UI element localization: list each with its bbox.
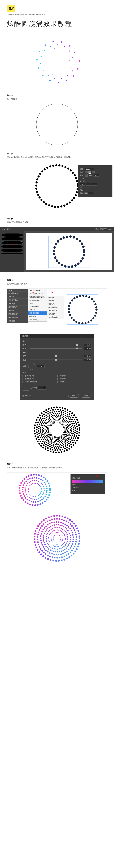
menu-item[interactable]: 裁剪标记(O) — [28, 318, 47, 321]
gradient-bar[interactable] — [72, 480, 103, 483]
svg-point-38 — [65, 67, 65, 68]
svg-point-68 — [38, 520, 75, 557]
svg-point-0 — [79, 60, 80, 62]
copies-input[interactable] — [38, 386, 46, 390]
menu-item[interactable]: 变形(W) — [28, 308, 47, 311]
menu-item[interactable]: 风格化(S) — [7, 319, 28, 323]
step5-label: 第五步 — [7, 463, 107, 465]
svg-point-32 — [52, 74, 53, 75]
brush-preset[interactable] — [1, 237, 23, 241]
cancel-button[interactable]: 取消 — [81, 394, 91, 398]
anchor-grid-icon[interactable] — [23, 384, 30, 391]
effects-menu-light[interactable]: 应用上一个效果 ⌃⇧E上一个效果 ⌃⇧⌥E文档栅格效果设置(E)...Illus… — [28, 289, 47, 321]
gap-input[interactable] — [86, 183, 91, 186]
scale-input[interactable] — [84, 192, 93, 194]
brush-uniform[interactable]: 等比 — [7, 228, 10, 230]
menu-item[interactable]: 扭曲和变换(D) — [7, 299, 28, 302]
vert-value[interactable]: 90% — [84, 347, 91, 350]
cap-round-icon[interactable] — [89, 171, 91, 174]
brush-screenshot: 21 pt 等比 基本 不透明度 100% ↘ — [0, 227, 114, 272]
stroke-panel[interactable]: 粗细: 端点: 边角: 限制: 对齐描边: ✓ 虚线 — [78, 165, 112, 197]
menu-item[interactable]: 应用上一个效果 ⌃⇧E — [28, 289, 47, 292]
checkbox-mirror-x[interactable] — [58, 375, 59, 377]
effects-menu-dark[interactable]: 3D(3)SVG 滤镜(G)变形(W)扭曲和变换(D)栅格化(R)...裁剪标记… — [7, 289, 28, 323]
move-h-value[interactable]: 0 px — [84, 355, 91, 358]
menu-item[interactable]: SVG 滤镜(G) — [28, 305, 47, 308]
red-arrow-icon: ↘ — [96, 474, 98, 477]
checkbox-random[interactable] — [58, 381, 59, 383]
brush-preset[interactable] — [1, 249, 23, 252]
gradient-spiral — [9, 472, 64, 507]
menu-item[interactable]: 3D(3) — [7, 289, 28, 292]
bw-spiral-figure — [31, 404, 83, 456]
checkbox-transform-obj[interactable]: ✓ — [23, 375, 24, 377]
cap-butt-icon[interactable] — [85, 171, 88, 174]
options-section: 选项 — [23, 372, 91, 374]
checkbox-preview[interactable]: ✓ — [23, 395, 24, 397]
dotted-circle — [33, 162, 81, 210]
svg-point-69 — [42, 523, 72, 554]
brush-basic[interactable]: 基本 — [96, 228, 99, 230]
brush-canvas — [26, 233, 112, 270]
brush-preset[interactable] — [1, 253, 23, 254]
checkbox-mirror-y[interactable] — [58, 378, 59, 380]
brush-preset[interactable] — [1, 234, 23, 237]
preview-label: 预览 (P) — [25, 395, 31, 397]
angle-value[interactable]: 10° — [37, 365, 44, 368]
ok-button[interactable]: 确定 — [68, 394, 79, 398]
menu-item[interactable]: 裁剪标记(O) — [7, 306, 28, 309]
corner-label: 边角: — [80, 174, 84, 177]
checkbox-transform-pat[interactable] — [23, 378, 24, 380]
svg-point-24 — [44, 50, 45, 51]
svg-point-29 — [72, 57, 73, 58]
copies-label: 副本 (S) — [31, 386, 37, 389]
menu-item[interactable]: 路径(P) — [7, 309, 28, 312]
menu-item[interactable]: 扭曲和变换(D) — [28, 311, 47, 315]
svg-point-39 — [51, 69, 52, 69]
vert-slider[interactable] — [30, 348, 82, 349]
weight-input[interactable] — [85, 168, 94, 170]
svg-point-20 — [47, 75, 49, 76]
svg-point-9 — [39, 51, 40, 52]
move-v-value[interactable]: 0 px — [84, 359, 91, 361]
menu-item[interactable]: Illustrator 效果 — [28, 299, 47, 302]
angle-dial[interactable] — [28, 363, 35, 370]
move-h-slider[interactable] — [30, 356, 82, 356]
horiz-value[interactable]: 90% — [84, 344, 91, 346]
transform-dialog[interactable]: 变换效果 缩放 水平: 90% 垂直: 90% 移动 水平: 0 px 垂直: … — [20, 334, 94, 400]
dash2-input[interactable] — [92, 183, 98, 186]
horiz-slider[interactable] — [30, 345, 82, 345]
vert-label: 垂直: — [23, 347, 28, 350]
menu-item[interactable]: 文档栅格效果设置(E)... — [28, 296, 47, 299]
corner-icon[interactable] — [85, 174, 88, 177]
menu-item[interactable]: 3D(3) — [28, 302, 47, 305]
brush-list[interactable]: ↘ — [0, 231, 24, 272]
svg-rect-46 — [67, 294, 98, 324]
dash-input[interactable] — [80, 183, 85, 186]
svg-point-19 — [54, 78, 55, 79]
dash-checkbox[interactable]: ✓ — [80, 181, 81, 182]
grad-type-value[interactable]: 线性 — [77, 477, 80, 479]
svg-point-42 — [36, 165, 78, 207]
svg-point-27 — [64, 46, 65, 47]
menu-item[interactable]: 上一个效果 ⌃⇧⌥E — [28, 292, 47, 296]
menu-item[interactable]: 栅格化(R)... — [7, 302, 28, 306]
grad-angle-label: 角度 — [72, 484, 76, 486]
brush-opacity-val[interactable]: 100% — [108, 228, 112, 230]
step4-label: 第四步 — [7, 279, 107, 282]
checkbox-scale-stroke[interactable]: ✓ — [23, 381, 24, 383]
limit-input[interactable] — [94, 174, 100, 177]
menu-item[interactable]: 变形(W) — [7, 295, 28, 299]
svg-point-16 — [72, 70, 73, 71]
svg-point-6 — [42, 75, 43, 76]
menu-item[interactable]: SVG 滤镜(G) — [7, 292, 28, 295]
cap-square-icon[interactable] — [92, 171, 94, 174]
gradient-panel[interactable]: 类型:线性 角度 不透明度 位置 ↘ — [71, 474, 105, 494]
arrow-label: 箭头: — [80, 189, 83, 191]
menu-item[interactable]: 路径查找器(F) — [7, 312, 28, 316]
move-v-slider[interactable] — [30, 360, 82, 360]
menu-item[interactable]: 栅格化(R)... — [28, 315, 47, 318]
svg-point-36 — [65, 51, 65, 52]
menu-item[interactable]: 转换为形状(V) — [7, 316, 28, 319]
opt-transform-pat: 变换图案 (T) — [25, 378, 34, 380]
